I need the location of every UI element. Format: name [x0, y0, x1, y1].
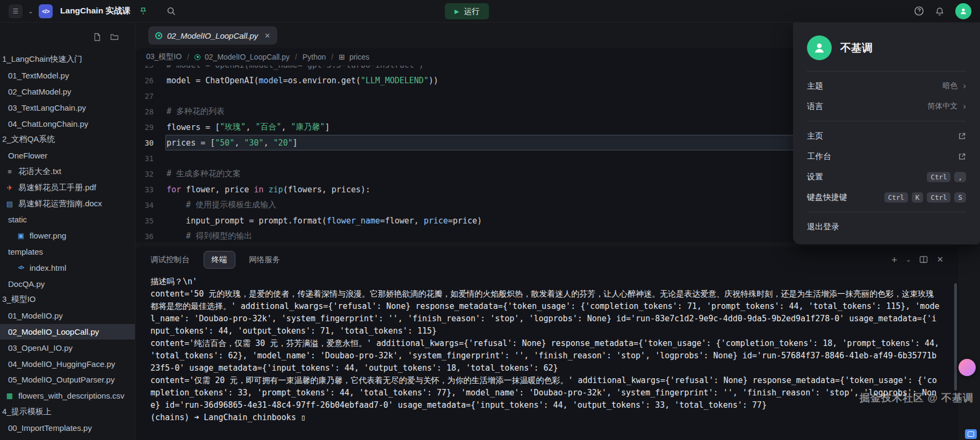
close-tab-icon[interactable]: ✕: [264, 32, 270, 40]
bottom-panel: 调试控制台终端网络服务 + ⌄ ✕ 描述吗？\n'content='50 元的玫…: [135, 247, 959, 440]
menu-item-theme[interactable]: 主题暗色›: [807, 76, 966, 96]
file-tree-item[interactable]: 2_文档QA系统: [0, 132, 135, 148]
file-name: index.html: [30, 263, 66, 272]
file-tree-item[interactable]: 04_ModelIO_HuggingFace.py: [0, 356, 135, 372]
panel-tab-0[interactable]: 调试控制台: [150, 251, 190, 268]
line-number: 32: [135, 170, 165, 178]
breadcrumb-segment[interactable]: Python: [302, 53, 326, 61]
line-number: 25: [135, 66, 165, 69]
keyboard-shortcut-key: K: [912, 192, 924, 203]
explorer-header: [0, 23, 135, 52]
help-icon[interactable]: [914, 6, 924, 16]
symbol-icon: ⊞: [338, 53, 345, 61]
file-tree-item[interactable]: 01_TextModel.py: [0, 68, 135, 84]
workspace-chevron-down-icon[interactable]: ⌄: [28, 8, 33, 15]
file-tree-item[interactable]: 02_ChatModel.py: [0, 84, 135, 100]
ide-window: ☰ ⌄ </> LangChain 实战课 ▶ 运行: [0, 0, 980, 440]
menu-item-shortcuts[interactable]: 键盘快捷键CtrlKCtrlS: [807, 187, 966, 207]
menu-divider: [807, 212, 966, 212]
file-name: OneFlower: [8, 151, 47, 160]
file-tree-item[interactable]: 03_TextLangChain.py: [0, 99, 135, 116]
file-name: templates: [8, 247, 43, 256]
terminal-line: (chains) ➜ LangChain_chinbooks ▯: [150, 412, 940, 424]
file-tree-item[interactable]: ✈易速鲜花员工手册.pdf: [0, 179, 135, 196]
file-tree-item[interactable]: 4_提示模板上: [0, 404, 135, 420]
file-name: 02_ModelIO_LoopCall.py: [8, 327, 99, 336]
file-tree-item[interactable]: ▤易速鲜花运营指南.docx: [0, 196, 135, 212]
menu-item-right: Ctrl,: [927, 172, 966, 182]
file-tree-item[interactable]: templates: [0, 244, 135, 260]
line-number: 27: [135, 92, 165, 100]
run-label: 运行: [464, 6, 479, 17]
line-number: 31: [135, 154, 165, 163]
html-file-icon: </>: [16, 265, 26, 270]
file-tree-item[interactable]: 01_ModelIO.py: [0, 308, 135, 324]
python-file-icon: [194, 54, 200, 60]
file-tree-item[interactable]: 03_OpenAI_IO.py: [0, 340, 135, 356]
panel-tab-1[interactable]: 终端: [204, 251, 235, 269]
menu-item-language[interactable]: 语言简体中文›: [807, 96, 966, 117]
menu-item-settings[interactable]: 设置Ctrl,: [807, 167, 966, 187]
file-tree-item[interactable]: ▦flowers_with_descriptions.csv: [0, 388, 135, 404]
user-menu-header: 不基调: [807, 35, 966, 71]
file-tree-item[interactable]: 1_LangChain快速入门: [0, 52, 135, 68]
breadcrumb-separator: /: [332, 53, 334, 61]
file-tree-item[interactable]: </>index.html: [0, 259, 135, 276]
file-name: 01_TextModel.py: [8, 71, 69, 80]
menu-item-workbench[interactable]: 工作台: [807, 146, 966, 167]
menu-item-label: 退出登录: [807, 222, 839, 232]
split-panel-icon[interactable]: [919, 255, 928, 264]
terminal-line: 描述吗？\n': [150, 276, 940, 288]
menu-item-home[interactable]: 主页: [807, 126, 966, 146]
panel-tab-2[interactable]: 网络服务: [249, 251, 280, 268]
editor-tab[interactable]: 02_ModelIO_LoopCall.py ✕: [148, 26, 277, 45]
menu-item-logout[interactable]: 退出登录: [807, 217, 966, 237]
file-tree-item[interactable]: 04_ChatLongChain.py: [0, 116, 135, 132]
terminal-dropdown-chevron-icon[interactable]: ⌄: [906, 256, 911, 263]
notifications-bell-icon[interactable]: [935, 6, 945, 16]
file-tree-item[interactable]: ▣flower.png: [0, 228, 135, 244]
file-name: flower.png: [30, 231, 66, 240]
close-panel-icon[interactable]: ✕: [936, 255, 943, 264]
file-tree-item[interactable]: OneFlower: [0, 148, 135, 164]
user-avatar[interactable]: [955, 3, 971, 19]
menu-item-right: CtrlKCtrlS: [884, 192, 966, 203]
user-menu-popover: 不基调 主题暗色›语言简体中文›主页工作台设置Ctrl,键盘快捷键CtrlKCt…: [793, 23, 980, 244]
keyboard-shortcut-key: Ctrl: [927, 172, 950, 182]
file-tree-item[interactable]: 02_ModelIO_LoopCall.py: [0, 324, 135, 340]
file-tree-item[interactable]: DocQA.py: [0, 276, 135, 292]
csv-file-icon: ▦: [5, 392, 15, 400]
pin-icon[interactable]: [139, 7, 147, 15]
search-icon[interactable]: [167, 6, 176, 16]
terminal-scrollbar[interactable]: [954, 283, 957, 391]
breadcrumb-segment[interactable]: 02_ModelIO_LoopCall.py: [205, 53, 290, 61]
run-button[interactable]: ▶ 运行: [445, 3, 489, 19]
assistant-float-button[interactable]: [959, 359, 976, 376]
file-name: 04_ModelIO_HuggingFace.py: [8, 359, 115, 369]
file-tree-item[interactable]: static: [0, 212, 135, 228]
new-file-icon[interactable]: [93, 33, 102, 41]
png-file-icon: ▣: [16, 232, 26, 240]
menu-divider: [807, 121, 966, 121]
user-menu-items: 主题暗色›语言简体中文›主页工作台设置Ctrl,键盘快捷键CtrlKCtrlS退…: [807, 76, 966, 237]
menu-item-right: [958, 153, 966, 161]
chevron-right-icon: ›: [963, 101, 966, 112]
external-link-icon: [958, 132, 966, 140]
bottom-right-widget-icon[interactable]: [965, 429, 977, 439]
breadcrumb-segment[interactable]: 03_模型IO: [146, 52, 182, 62]
menu-item-label: 语言: [807, 102, 823, 112]
breadcrumb-segment[interactable]: prices: [349, 53, 369, 61]
topbar: ☰ ⌄ </> LangChain 实战课 ▶ 运行: [0, 0, 980, 23]
file-tree-item[interactable]: 3_模型IO: [0, 292, 135, 308]
file-tree-item[interactable]: 05_ModelIO_OutputParser.py: [0, 372, 135, 388]
app-menu-icon[interactable]: ☰: [9, 4, 23, 18]
new-terminal-icon[interactable]: +: [891, 255, 897, 265]
terminal-output[interactable]: 描述吗？\n'content='50 元的玫瑰，是爱的使者，传递着深情与浪漫。它…: [135, 272, 959, 440]
file-tree: 1_LangChain快速入门01_TextModel.py02_ChatMod…: [0, 52, 135, 436]
menu-item-value: 暗色: [942, 81, 957, 91]
file-tree-item[interactable]: ≡花语大全.txt: [0, 164, 135, 180]
new-folder-icon[interactable]: [110, 33, 119, 41]
menu-item-label: 主题: [807, 81, 823, 91]
file-tree-item[interactable]: 00_ImportTemplates.py: [0, 420, 135, 436]
file-name: 02_ChatModel.py: [8, 87, 71, 96]
